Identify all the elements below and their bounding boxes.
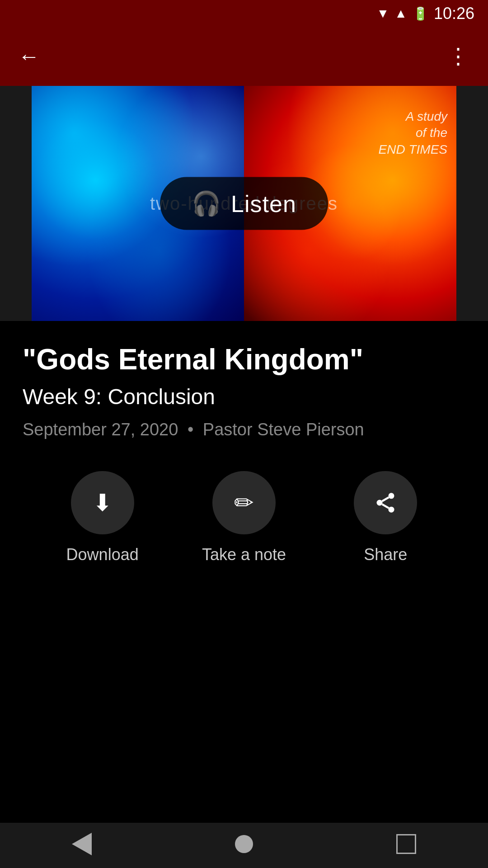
back-button[interactable]: ← bbox=[18, 46, 40, 67]
svg-point-2 bbox=[389, 507, 394, 513]
actions-row: ⬇ Download ✏ Take a note bbox=[23, 471, 465, 564]
headphones-icon: 🎧 bbox=[192, 190, 221, 217]
svg-point-1 bbox=[377, 500, 383, 506]
sermon-meta: September 27, 2020 • Pastor Steve Pierso… bbox=[23, 420, 465, 439]
sermon-title: "Gods Eternal Kingdom" bbox=[23, 344, 465, 375]
signal-icon: ▲ bbox=[394, 6, 407, 21]
note-action[interactable]: ✏ Take a note bbox=[199, 471, 289, 564]
dot-separator: • bbox=[188, 420, 193, 439]
home-nav-button[interactable] bbox=[235, 835, 253, 856]
download-icon: ⬇ bbox=[93, 491, 113, 514]
download-action[interactable]: ⬇ Download bbox=[57, 471, 148, 564]
nav-bar bbox=[0, 823, 488, 868]
listen-label: Listen bbox=[231, 190, 296, 217]
note-icon: ✏ bbox=[234, 491, 254, 514]
download-circle: ⬇ bbox=[71, 471, 134, 534]
svg-line-3 bbox=[382, 505, 389, 509]
status-bar: ▼ ▲ 🔋 10:26 bbox=[0, 0, 488, 27]
content-area: "Gods Eternal Kingdom" Week 9: Conclusio… bbox=[0, 321, 488, 564]
note-label: Take a note bbox=[202, 545, 286, 564]
sermon-pastor: Pastor Steve Pierson bbox=[203, 420, 364, 439]
svg-line-4 bbox=[382, 497, 389, 501]
share-icon bbox=[374, 491, 397, 514]
share-action[interactable]: Share bbox=[340, 471, 431, 564]
note-circle: ✏ bbox=[212, 471, 276, 534]
sermon-week: Week 9: Conclusion bbox=[23, 384, 465, 409]
app-bar: ← ⋮ bbox=[0, 27, 488, 86]
battery-icon: 🔋 bbox=[413, 6, 428, 21]
hero-container: A studyof theEND TIMES two-hundred degre… bbox=[0, 86, 488, 321]
back-nav-button[interactable] bbox=[72, 833, 92, 859]
status-time: 10:26 bbox=[434, 4, 474, 23]
download-label: Download bbox=[66, 545, 139, 564]
svg-point-0 bbox=[389, 493, 394, 499]
artwork: A studyof theEND TIMES two-hundred degre… bbox=[0, 86, 488, 321]
share-label: Share bbox=[364, 545, 407, 564]
end-times-text: A studyof theEND TIMES bbox=[379, 108, 447, 158]
more-options-button[interactable]: ⋮ bbox=[447, 46, 470, 67]
wifi-icon: ▼ bbox=[376, 6, 389, 21]
listen-button[interactable]: 🎧 Listen bbox=[160, 177, 328, 230]
share-circle bbox=[354, 471, 417, 534]
status-icons: ▼ ▲ 🔋 10:26 bbox=[376, 4, 474, 23]
artwork-inner: A studyof theEND TIMES two-hundred degre… bbox=[32, 86, 456, 321]
recents-nav-button[interactable] bbox=[396, 834, 416, 857]
sermon-date: September 27, 2020 bbox=[23, 420, 178, 439]
